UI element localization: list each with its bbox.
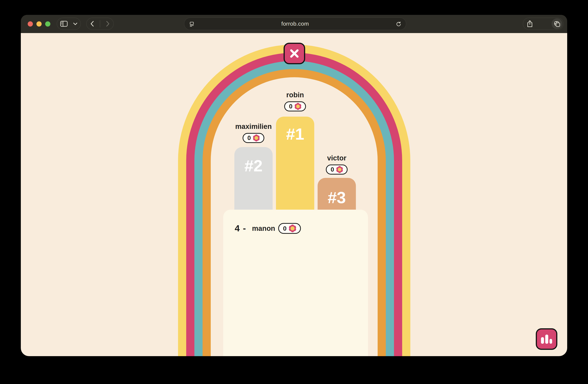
minimize-window-button[interactable] (36, 21, 42, 27)
stats-button[interactable] (536, 328, 557, 350)
podium-1-score: 0 (289, 103, 292, 110)
podium-2-rank-label: #2 (244, 158, 263, 213)
podium-1-score-pill: 0 (284, 101, 306, 111)
flower-icon (336, 166, 344, 173)
podium-3-name: victor (305, 154, 368, 162)
url-text[interactable]: forrob.com (184, 21, 406, 27)
flower-icon (252, 134, 260, 142)
podium-2-bar: #2 (234, 147, 273, 213)
address-bar[interactable]: forrob.com (184, 18, 406, 30)
runner-up-name: manon (252, 225, 275, 232)
sidebar-toggle-icon[interactable] (60, 21, 68, 27)
bar-chart-icon (545, 335, 548, 344)
podium-2-name: maximilien (222, 123, 285, 131)
bar-chart-icon (549, 339, 552, 344)
toolbar-actions-group (523, 18, 564, 30)
runners-up-panel: 4 - manon 0 (223, 210, 368, 356)
back-button[interactable] (90, 21, 94, 27)
podium-3-score-pill: 0 (326, 165, 348, 174)
tab-overview-button[interactable] (552, 18, 562, 29)
runner-up-score-pill: 0 (278, 223, 301, 234)
zoom-window-button[interactable] (45, 21, 50, 27)
podium-1-name: robin (264, 91, 327, 99)
reload-icon[interactable] (396, 21, 401, 27)
runner-up-rank: 4 - (235, 223, 246, 233)
podium-3-bar: #3 (318, 178, 356, 213)
podium-3-score: 0 (331, 166, 334, 173)
podium-2-score-pill: 0 (243, 133, 264, 143)
nav-divider (100, 20, 100, 27)
share-button[interactable] (527, 20, 533, 27)
forward-button[interactable] (106, 21, 110, 27)
close-window-button[interactable] (28, 21, 33, 27)
bar-chart-icon (541, 337, 544, 344)
podium-2-score: 0 (247, 134, 251, 141)
podium-1-rank-label: #1 (286, 126, 304, 213)
browser-window: forrob.com (21, 15, 567, 356)
screen: forrob.com (0, 0, 588, 384)
browser-titlebar: forrob.com (21, 15, 567, 33)
sidebar-toggle-group[interactable] (57, 18, 81, 30)
close-x-icon (289, 48, 300, 59)
runner-up-score: 0 (283, 225, 287, 232)
podium-1-bar: #1 (276, 117, 314, 213)
window-controls (28, 21, 50, 27)
close-leaderboard-button[interactable] (284, 43, 305, 64)
nav-buttons-group (86, 18, 114, 30)
flower-icon (288, 224, 297, 233)
flower-icon (294, 102, 302, 110)
page-content: robin 0 #1 maximilien 0 (21, 33, 567, 356)
chevron-down-icon[interactable] (73, 22, 78, 25)
